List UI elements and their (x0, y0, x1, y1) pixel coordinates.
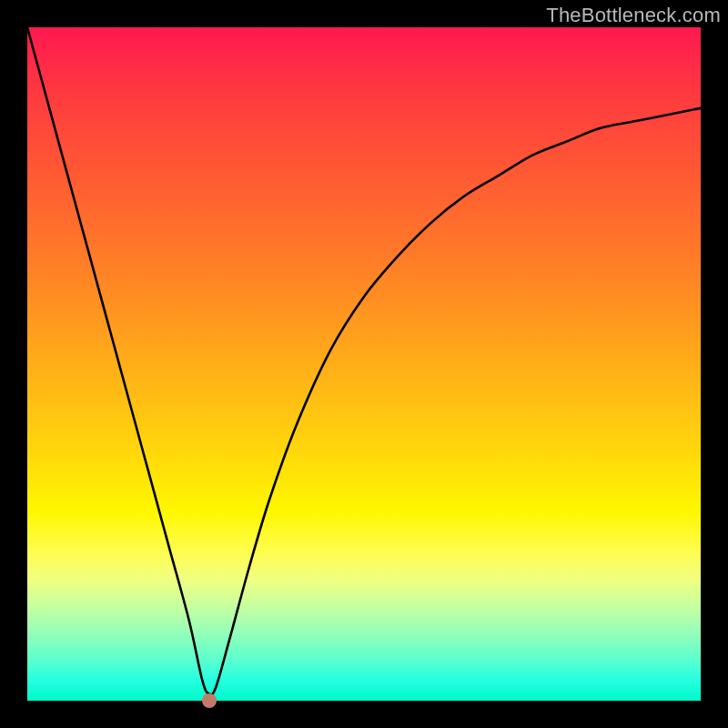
minimum-marker (202, 693, 217, 708)
chart-frame: TheBottleneck.com (0, 0, 728, 728)
watermark-text: TheBottleneck.com (546, 4, 721, 27)
bottleneck-curve (27, 27, 701, 701)
plot-area (27, 27, 701, 701)
